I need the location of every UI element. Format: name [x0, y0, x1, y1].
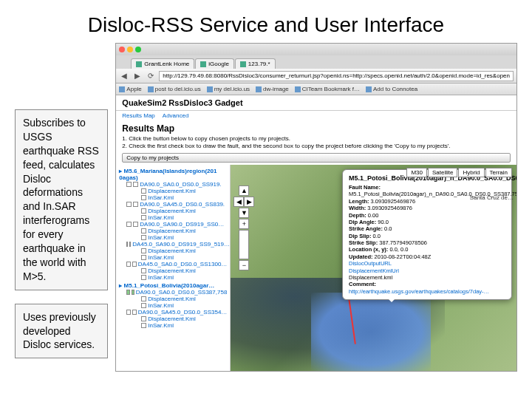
displacement-kml-link[interactable]: Displacement.Kml: [148, 248, 195, 254]
map-type-button[interactable]: M30: [406, 168, 427, 177]
map-type-button[interactable]: Terrain: [485, 168, 512, 177]
kml-checkbox[interactable]: [141, 195, 146, 200]
kml-checkbox[interactable]: [141, 296, 146, 301]
kml-checkbox[interactable]: [141, 208, 146, 214]
kml-checkbox[interactable]: [141, 303, 146, 308]
info-field: Dip Slip: 0.0: [349, 233, 505, 239]
displacement-kml-link[interactable]: Displacement.Kml: [148, 296, 195, 302]
browser-tab[interactable]: GrantLenk Home: [131, 58, 194, 69]
disloc-output-link[interactable]: DislocOutputURL: [349, 260, 392, 267]
draw-fault-checkbox[interactable]: [126, 262, 131, 267]
zoom-icon[interactable]: [135, 47, 141, 52]
bookmark-item[interactable]: post to del.icio.us: [148, 86, 201, 92]
close-icon[interactable]: [119, 47, 125, 52]
displacement-kml-link[interactable]: Displacement.Kml: [148, 267, 195, 274]
copy-project-checkbox[interactable]: [132, 290, 134, 295]
comment-link[interactable]: http://earthquake.usgs.gov/earthquakes/c…: [349, 288, 505, 295]
eq-row: DA45.0_SA0.0_DS0.0_SS1300…: [119, 261, 227, 267]
displacement-kml-link[interactable]: Displacement.Kml: [148, 316, 195, 322]
displacement-kml-link[interactable]: Displacement.Kml: [148, 208, 195, 214]
pan-left-button[interactable]: ◀: [233, 197, 244, 207]
eq-group-title[interactable]: ▸ M5.1_Potosi_Bolivia(2010agar…: [119, 282, 227, 289]
kml-checkbox[interactable]: [141, 268, 146, 273]
copy-project-checkbox[interactable]: [133, 182, 138, 187]
insar-kml-link[interactable]: InSar.Kml: [148, 194, 174, 201]
copy-project-checkbox[interactable]: [132, 262, 137, 267]
browser-tab[interactable]: 123.79.*: [235, 58, 276, 69]
displacement-kml-link[interactable]: Displacement.Kml: [148, 188, 195, 194]
browser-tab[interactable]: iGoogle: [195, 58, 234, 69]
bookmark-icon: [148, 86, 154, 92]
bookmark-item[interactable]: my del.icio.us: [207, 86, 250, 92]
kml-checkbox[interactable]: [141, 248, 146, 253]
eq-row-label[interactable]: DA45.0_SA0.0_DS0.0_SS1300…: [138, 261, 228, 267]
reload-button[interactable]: ⟳: [146, 71, 156, 81]
eq-row: DA45.0_SA90.0_DS919_SS9_519…: [119, 241, 227, 248]
draw-fault-checkbox[interactable]: [126, 310, 131, 315]
insar-kml-link[interactable]: InSar.Kml: [148, 234, 174, 241]
insar-kml-link[interactable]: InSar.Kml: [148, 274, 174, 281]
kml-link-row: InSar.Kml: [119, 322, 227, 329]
bookmark-item[interactable]: Add to Connotea: [366, 86, 417, 92]
info-field: Strike Slip: 387.757949078506: [349, 239, 505, 246]
kml-checkbox[interactable]: [141, 235, 146, 240]
copy-project-checkbox[interactable]: [133, 222, 138, 227]
kml-checkbox[interactable]: [141, 255, 146, 260]
kml-checkbox[interactable]: [141, 188, 146, 194]
zoom-slider[interactable]: [239, 230, 249, 259]
url-bar[interactable]: http://129.79.49.68:8080/RssDisloc3/cons…: [159, 71, 514, 81]
tab-favicon: [200, 61, 206, 67]
displacement-kml-link[interactable]: DisplacementKmlUrl: [349, 267, 399, 274]
deformation-overlay: [311, 293, 431, 371]
kml-checkbox[interactable]: [141, 215, 146, 220]
copy-project-checkbox[interactable]: [132, 310, 137, 315]
copy-project-checkbox[interactable]: [133, 202, 138, 207]
kml-checkbox[interactable]: [141, 275, 146, 280]
eq-row-label[interactable]: DA90.0_SA0.0_DS0.0_SS387,758: [136, 289, 228, 296]
map-type-button[interactable]: Hybrid: [458, 168, 484, 177]
eq-row-label[interactable]: DA90.0_SA45.0_DS0.0_SS354…: [138, 309, 228, 316]
draw-fault-checkbox[interactable]: [126, 222, 132, 227]
map-canvas[interactable]: M30 Satellite Hybrid Terrain ▲ ◀▶ ▼ + −: [231, 165, 516, 371]
eq-row-label[interactable]: DA90.0_SA45.0_DS0.0_SS839.: [140, 201, 225, 208]
pan-down-button[interactable]: ▼: [239, 208, 249, 218]
instruction-1: 1. Click the button below to copy chosen…: [116, 135, 516, 143]
gadget-title: QuakeSim2 RssDisloc3 Gadget: [116, 95, 516, 111]
kml-checkbox[interactable]: [141, 323, 146, 328]
bookmark-item[interactable]: Apple: [119, 86, 141, 92]
pan-right-button[interactable]: ▶: [244, 197, 254, 207]
eq-row-label[interactable]: DA90.0_SA0.0_DS0.0_SS919.: [140, 181, 221, 188]
displacement-kml-link[interactable]: Displacement.Kml: [148, 228, 195, 234]
bookmark-item[interactable]: CITeam Bookmark f…: [295, 86, 360, 92]
zoom-in-button[interactable]: +: [239, 219, 249, 229]
eq-row-label[interactable]: DA45.0_SA90.0_DS919_SS9_519…: [132, 241, 230, 248]
insar-kml-link[interactable]: InSar.Kml: [148, 302, 174, 309]
kml-checkbox[interactable]: [141, 316, 146, 321]
draw-fault-checkbox[interactable]: [126, 290, 129, 295]
eq-group-title[interactable]: ▸ M5.6_Mariana(Islands)region(201 0agas): [119, 168, 227, 181]
map-type-button[interactable]: Satellite: [428, 168, 457, 177]
eq-row-label[interactable]: DA90.0_SA90.0_DS919_SS0…: [140, 221, 224, 228]
bookmark-item[interactable]: dw-image: [256, 86, 289, 92]
kml-checkbox[interactable]: [141, 228, 146, 233]
kml-link-row: Displacement.Kml: [119, 267, 227, 274]
zoom-out-button[interactable]: −: [239, 260, 249, 270]
pan-up-button[interactable]: ▲: [239, 185, 249, 196]
kml-link-row: Displacement.Kml: [119, 296, 227, 302]
bookmark-icon: [295, 86, 301, 92]
back-button[interactable]: ◀: [119, 71, 129, 81]
insar-kml-link[interactable]: InSar.Kml: [148, 254, 174, 261]
kml-link-row: InSar.Kml: [119, 194, 227, 201]
tab-results-map[interactable]: Results Map: [122, 112, 154, 119]
draw-fault-checkbox[interactable]: [126, 202, 132, 207]
copy-project-checkbox[interactable]: [129, 242, 131, 247]
tab-favicon: [240, 61, 246, 67]
draw-fault-checkbox[interactable]: [126, 242, 128, 247]
insar-kml-link[interactable]: InSar.Kml: [148, 322, 174, 329]
tab-advanced[interactable]: Advanced: [163, 112, 189, 119]
insar-kml-link[interactable]: InSar.Kml: [148, 214, 174, 221]
draw-fault-checkbox[interactable]: [126, 182, 132, 187]
minimize-icon[interactable]: [127, 47, 133, 52]
copy-to-projects-button[interactable]: Copy to my projects: [122, 153, 511, 163]
forward-button[interactable]: ▶: [132, 71, 143, 81]
